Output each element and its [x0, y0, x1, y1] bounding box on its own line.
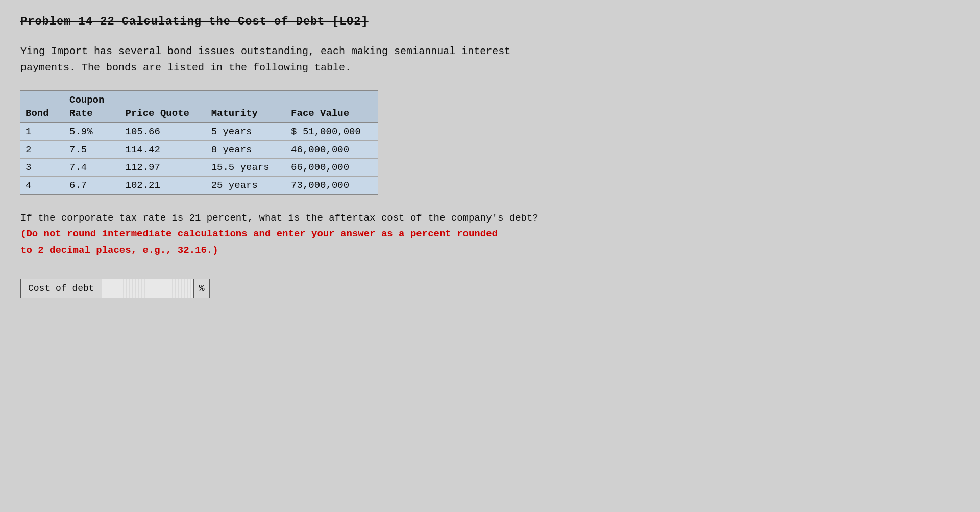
col-header-coupon-top: Coupon — [64, 91, 120, 107]
table-cell-face_value-4: 73,000,000 — [286, 177, 378, 195]
intro-line1: Ying Import has several bond issues outs… — [20, 45, 510, 57]
col-header-facevalue-empty — [286, 91, 378, 107]
table-cell-bond-1: 1 — [20, 123, 64, 141]
answer-input-wrapper[interactable] — [102, 279, 194, 298]
table-cell-face_value-1: $ 51,000,000 — [286, 123, 378, 141]
intro-paragraph: Ying Import has several bond issues outs… — [20, 43, 960, 76]
table-cell-maturity-3: 15.5 years — [206, 159, 286, 177]
question-block: If the corporate tax rate is 21 percent,… — [20, 210, 960, 258]
table-row: 15.9%105.665 years$ 51,000,000 — [20, 123, 378, 141]
table-cell-maturity-1: 5 years — [206, 123, 286, 141]
col-header-bond: Bond — [20, 107, 64, 123]
table-cell-coupon_rate-1: 5.9% — [64, 123, 120, 141]
table-row: 37.4112.9715.5 years66,000,000 — [20, 159, 378, 177]
col-header-maturity: Maturity — [206, 107, 286, 123]
col-header-rate: Rate — [64, 107, 120, 123]
table-cell-bond-2: 2 — [20, 141, 64, 159]
table-cell-coupon_rate-3: 7.4 — [64, 159, 120, 177]
table-cell-price_quote-3: 112.97 — [120, 159, 206, 177]
question-bold-red-2: to 2 decimal places, e.g., 32.16.) — [20, 245, 218, 256]
bond-table: Coupon Bond Rate Price Quote Maturity Fa… — [20, 90, 378, 195]
page-title: Problem 14-22 Calculating the Cost of De… — [20, 15, 960, 28]
answer-section: Cost of debt % — [20, 279, 960, 298]
col-header-pricequote: Price Quote — [120, 107, 206, 123]
table-cell-face_value-3: 66,000,000 — [286, 159, 378, 177]
answer-label: Cost of debt — [20, 279, 102, 298]
table-row: 27.5114.428 years46,000,000 — [20, 141, 378, 159]
question-normal-text: If the corporate tax rate is 21 percent,… — [20, 212, 538, 224]
col-header-pricequote-empty — [120, 91, 206, 107]
intro-line2: payments. The bonds are listed in the fo… — [20, 62, 351, 74]
table-cell-bond-3: 3 — [20, 159, 64, 177]
table-cell-maturity-2: 8 years — [206, 141, 286, 159]
table-cell-price_quote-2: 114.42 — [120, 141, 206, 159]
table-cell-price_quote-1: 105.66 — [120, 123, 206, 141]
table-cell-face_value-2: 46,000,000 — [286, 141, 378, 159]
table-cell-maturity-4: 25 years — [206, 177, 286, 195]
col-header-maturity-empty — [206, 91, 286, 107]
table-cell-bond-4: 4 — [20, 177, 64, 195]
col-header-bond-empty — [20, 91, 64, 107]
col-header-facevalue: Face Value — [286, 107, 378, 123]
percent-symbol: % — [194, 279, 210, 298]
table-cell-coupon_rate-2: 7.5 — [64, 141, 120, 159]
cost-of-debt-input[interactable] — [106, 283, 178, 294]
table-cell-coupon_rate-4: 6.7 — [64, 177, 120, 195]
question-bold-red-1: (Do not round intermediate calculations … — [20, 228, 498, 239]
table-cell-price_quote-4: 102.21 — [120, 177, 206, 195]
table-row: 46.7102.2125 years73,000,000 — [20, 177, 378, 195]
